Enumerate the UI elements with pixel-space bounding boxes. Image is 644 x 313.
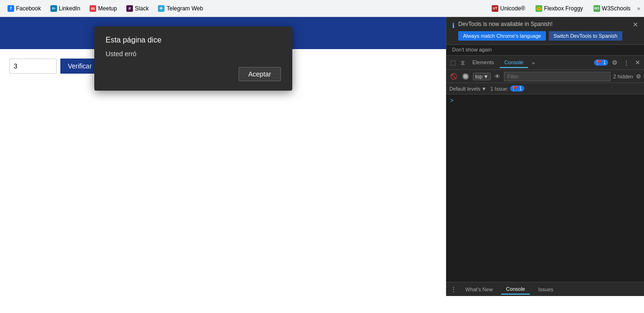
bookmark-slack[interactable]: # Slack xyxy=(123,3,152,14)
settings-button[interactable]: ⚙ xyxy=(610,58,619,67)
bookmark-meetup-label: Meetup xyxy=(98,5,117,12)
meetup-icon: m xyxy=(90,5,96,12)
facebook-icon: f xyxy=(8,5,14,12)
context-dropdown[interactable]: top ▼ xyxy=(473,73,491,80)
devtools-banner-content: DevTools is now available in Spanish! Al… xyxy=(458,21,629,41)
always-match-button[interactable]: Always match Chrome's language xyxy=(458,31,546,41)
dont-show-link[interactable]: Don't show again xyxy=(446,45,644,56)
hidden-count-label: 2 hidden xyxy=(613,74,633,79)
device-toolbar-button[interactable]: ⧖ xyxy=(459,58,467,68)
issue-badge: 🚩 1 xyxy=(594,59,608,66)
eye-filter-button[interactable]: 👁 xyxy=(494,72,501,81)
issue-count-badge: 🚩 1 xyxy=(510,85,524,92)
alert-message: Usted erró xyxy=(106,50,281,58)
bookmark-flexbox-label: Flexbox Froggy xyxy=(544,5,583,12)
issue-info: 1 Issue: 🚩 1 xyxy=(490,85,524,92)
console-filter-input[interactable] xyxy=(504,72,611,81)
bookmark-telegram-label: Telegram Web xyxy=(166,5,203,12)
tab-console-bottom[interactable]: Console xyxy=(501,284,529,295)
bookmark-unicode-label: Unicode® xyxy=(500,5,525,12)
devtools-banner-buttons: Always match Chrome's language Switch De… xyxy=(458,31,629,41)
console-levels-bar: Default levels ▼ 1 Issue: 🚩 1 xyxy=(446,83,644,94)
clear-console-button[interactable]: 🚫 xyxy=(449,72,458,81)
dropdown-arrow-icon: ▼ xyxy=(483,74,488,79)
linkedin-icon: in xyxy=(50,5,57,12)
bookmark-meetup[interactable]: m Meetup xyxy=(86,3,121,14)
bookmark-facebook[interactable]: f Facebook xyxy=(4,3,45,14)
tab-more-button[interactable]: » xyxy=(529,58,537,68)
tab-whats-new[interactable]: What's New xyxy=(461,285,497,294)
unicode-icon: UT xyxy=(492,5,498,12)
bookmark-telegram[interactable]: ✈ Telegram Web xyxy=(154,3,206,14)
bookmark-flexbox[interactable]: 🐸 Flexbox Froggy xyxy=(532,3,587,14)
bookmark-w3schools[interactable]: W3 W3Schools xyxy=(590,3,635,14)
bookmark-linkedin[interactable]: in LinkedIn xyxy=(47,3,84,14)
console-gear-button[interactable]: ⚙ xyxy=(636,73,641,80)
banner-close-button[interactable]: ✕ xyxy=(633,21,638,28)
bookmark-slack-label: Slack xyxy=(135,5,149,12)
default-levels-dropdown[interactable]: Default levels ▼ xyxy=(449,86,487,92)
console-chevron-icon: > xyxy=(450,97,454,104)
tab-console[interactable]: Console xyxy=(500,58,528,68)
switch-devtools-button[interactable]: Switch DevTools to Spanish xyxy=(549,31,622,41)
devtools-banner: ℹ DevTools is now available in Spanish! … xyxy=(446,17,644,45)
devtools-panel: ℹ DevTools is now available in Spanish! … xyxy=(446,17,644,296)
alert-ok-button[interactable]: Aceptar xyxy=(239,67,281,81)
bottom-more-button[interactable]: ⋮ xyxy=(450,286,457,293)
levels-arrow-icon: ▼ xyxy=(481,86,487,92)
info-icon: ℹ xyxy=(452,22,454,29)
alert-overlay: Esta página dice Usted erró Aceptar xyxy=(0,17,446,296)
console-settings-icon[interactable]: 🔘 xyxy=(461,72,470,81)
telegram-icon: ✈ xyxy=(158,5,165,12)
devtools-tabs-toolbar: ⬚ ⧖ Elements Console » 🚩 1 ⚙ ⋮ ✕ xyxy=(446,56,644,70)
inspect-element-button[interactable]: ⬚ xyxy=(448,58,458,67)
bookmark-facebook-label: Facebook xyxy=(16,5,41,12)
bookmark-unicode[interactable]: UT Unicode® xyxy=(488,3,529,14)
console-toolbar: 🚫 🔘 top ▼ 👁 2 hidden ⚙ xyxy=(446,70,644,83)
devtools-banner-text: DevTools is now available in Spanish! xyxy=(458,21,629,27)
slack-icon: # xyxy=(126,5,133,12)
bookmark-linkedin-label: LinkedIn xyxy=(59,5,80,12)
flexbox-icon: 🐸 xyxy=(536,5,542,12)
alert-dialog: Esta página dice Usted erró Aceptar xyxy=(94,26,292,91)
webpage-area: Juego s Verificar Esta página dice Usted… xyxy=(0,17,446,296)
more-options-button[interactable]: ⋮ xyxy=(621,58,631,67)
close-devtools-button[interactable]: ✕ xyxy=(633,58,642,67)
tab-issues[interactable]: Issues xyxy=(534,285,558,294)
bookmark-w3schools-label: W3Schools xyxy=(602,5,631,12)
w3schools-icon: W3 xyxy=(594,5,600,12)
tab-elements[interactable]: Elements xyxy=(468,58,499,68)
devtools-toolbar-right: 🚩 1 ⚙ ⋮ ✕ xyxy=(594,58,642,67)
console-prompt[interactable]: > xyxy=(448,96,642,105)
console-output: > xyxy=(446,94,644,282)
alert-buttons: Aceptar xyxy=(106,67,281,81)
more-bookmarks-btn[interactable]: » xyxy=(637,5,640,12)
devtools-bottom-bar: ⋮ What's New Console Issues xyxy=(446,282,644,296)
bookmark-bar: f Facebook in LinkedIn m Meetup # Slack … xyxy=(0,0,644,17)
alert-title: Esta página dice xyxy=(106,36,281,44)
